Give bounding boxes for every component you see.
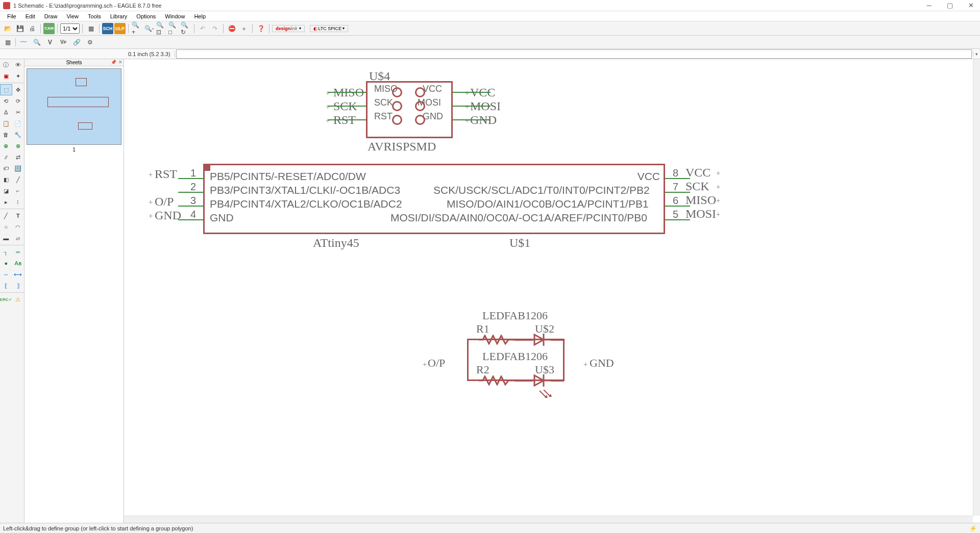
- hdr-gnd: GND: [423, 111, 443, 122]
- show-tool[interactable]: 👁: [12, 59, 24, 70]
- maximize-button[interactable]: ▢: [944, 2, 956, 9]
- zoom-select-button[interactable]: 🔍□: [168, 23, 179, 34]
- pinswap-tool[interactable]: ⫶: [12, 196, 24, 208]
- sheet-thumbnail[interactable]: [27, 68, 121, 145]
- zoom-out-button[interactable]: 🔍-: [143, 23, 155, 34]
- redo-button[interactable]: ↷: [209, 23, 220, 34]
- layer-button[interactable]: 〰: [18, 37, 29, 48]
- sch-badge[interactable]: SCH: [102, 23, 113, 34]
- mark-tool[interactable]: ✦: [12, 70, 24, 82]
- menu-tools[interactable]: Tools: [84, 12, 105, 20]
- frame-r-tool[interactable]: ⟧: [12, 280, 24, 291]
- close-button[interactable]: ✕: [965, 2, 977, 9]
- ic-sck: SCK/USCK/SCL/ADC1/T0/INT0/PCINT2/PB2: [433, 184, 650, 196]
- group-tool[interactable]: ᐃ: [0, 107, 12, 118]
- grid-button[interactable]: ▦: [2, 37, 13, 48]
- view-button[interactable]: 🔍: [31, 37, 42, 48]
- net-gnd-l: GND: [155, 209, 181, 222]
- info-tool[interactable]: ⓘ: [0, 59, 12, 70]
- paste2-tool[interactable]: 📄: [12, 118, 24, 129]
- sheets-pin-icon[interactable]: 📌: [111, 60, 116, 65]
- route-tool[interactable]: ⌐: [12, 185, 24, 196]
- mark-v-button[interactable]: V: [44, 37, 56, 48]
- menu-options[interactable]: Options: [132, 12, 160, 20]
- undo-button[interactable]: ↶: [197, 23, 208, 34]
- errors-tool[interactable]: ⚠: [12, 294, 24, 305]
- designlink-button[interactable]: designlink▾: [272, 25, 305, 32]
- menu-view[interactable]: View: [62, 12, 83, 20]
- net-tool[interactable]: ┐: [0, 246, 12, 258]
- cut-tool[interactable]: ✂: [12, 107, 24, 118]
- vertical-scrollbar[interactable]: [973, 59, 980, 516]
- command-dropdown[interactable]: ▾: [973, 52, 980, 57]
- label-tool[interactable]: Aʙ: [12, 258, 24, 269]
- ic-vcc: VCC: [638, 170, 660, 183]
- minimize-button[interactable]: ─: [924, 2, 935, 9]
- go-button[interactable]: ●: [238, 23, 250, 34]
- print-button[interactable]: 🖨: [27, 23, 38, 34]
- menu-edit[interactable]: Edit: [21, 12, 39, 20]
- menu-library[interactable]: Library: [106, 12, 132, 20]
- copy-tool[interactable]: ⟲: [0, 95, 12, 107]
- miter-tool[interactable]: ╱: [12, 174, 24, 185]
- split-tool[interactable]: ◪: [0, 185, 12, 196]
- circle-tool[interactable]: ○: [0, 221, 12, 233]
- frame-l-tool[interactable]: ⟦: [0, 280, 12, 291]
- delete-tool[interactable]: 🗑: [0, 129, 12, 140]
- stop-button[interactable]: ⛔: [226, 23, 237, 34]
- label-us1: U$1: [509, 236, 530, 250]
- ltspice-button[interactable]: ◐LTC SPICE▾: [310, 25, 349, 32]
- open-button[interactable]: 📂: [2, 23, 13, 34]
- redraw-button[interactable]: 🔍↻: [180, 23, 191, 34]
- bus-tool[interactable]: ═: [12, 246, 24, 258]
- paste-tool[interactable]: 📋: [0, 118, 12, 129]
- arc-tool[interactable]: ◠: [12, 221, 24, 233]
- mark-vp-button[interactable]: VP: [58, 37, 69, 48]
- move-tool[interactable]: ✥: [12, 84, 24, 95]
- select-tool[interactable]: ⬚: [0, 84, 12, 95]
- gate-tool[interactable]: ⫽: [0, 151, 12, 163]
- pin-2: 2: [190, 181, 196, 193]
- invoke-tool[interactable]: ▸: [0, 196, 12, 208]
- board-button[interactable]: ▦: [85, 23, 96, 34]
- ulp-badge[interactable]: ULP: [114, 23, 126, 34]
- save-button[interactable]: 💾: [14, 23, 26, 34]
- pin-4: 4: [190, 209, 196, 220]
- link-button[interactable]: 🔗: [71, 37, 82, 48]
- junction-tool[interactable]: ●: [0, 258, 12, 269]
- help-button[interactable]: ❓: [255, 23, 266, 34]
- wrench-tool[interactable]: 🔧: [12, 129, 24, 140]
- ic-miso: MISO/DO/AIN1/OC0B/OC1A/PCINT1/PB1: [447, 198, 649, 210]
- name-tool[interactable]: 🏷: [0, 163, 12, 174]
- dim-tool[interactable]: ⟷: [12, 269, 24, 280]
- menu-file[interactable]: File: [3, 12, 20, 20]
- menubar: File Edit Draw View Tools Library Option…: [0, 11, 980, 21]
- settings-button[interactable]: ⚙: [84, 37, 95, 48]
- add-tool[interactable]: ⊕: [0, 140, 12, 151]
- schematic-canvas[interactable]: U$4 MISO SCK RST MISO SCK RST VCC MOSI G…: [124, 59, 980, 523]
- erc-tool[interactable]: ERC✓: [0, 294, 12, 305]
- attr-tool[interactable]: ↔: [0, 269, 12, 280]
- horizontal-scrollbar[interactable]: [124, 516, 973, 523]
- replace-tool[interactable]: ⊗: [12, 140, 24, 151]
- menu-draw[interactable]: Draw: [40, 12, 62, 20]
- swap-tool[interactable]: ⇄: [12, 151, 24, 163]
- zoom-in-button[interactable]: 🔍+: [131, 23, 142, 34]
- smash-tool[interactable]: ◧: [0, 174, 12, 185]
- poly-tool[interactable]: ▱: [12, 233, 24, 244]
- label-ledfab1: LEDFAB1206: [482, 309, 548, 322]
- cam-button[interactable]: CAM: [43, 23, 55, 34]
- menu-window[interactable]: Window: [161, 12, 189, 20]
- value-tool[interactable]: 🔢: [12, 163, 24, 174]
- wire-tool[interactable]: ╱: [0, 210, 12, 221]
- layer-tool[interactable]: ▣: [0, 70, 12, 82]
- power-icon: ⚡: [969, 525, 977, 532]
- mirror-tool[interactable]: ⟳: [12, 95, 24, 107]
- sheets-close-icon[interactable]: ✕: [118, 60, 122, 65]
- menu-help[interactable]: Help: [190, 12, 210, 20]
- zoom-fit-button[interactable]: 🔍⊡: [156, 23, 167, 34]
- text-tool[interactable]: T: [12, 210, 24, 221]
- command-input[interactable]: [176, 49, 972, 59]
- rect-tool[interactable]: ▬: [0, 233, 12, 244]
- zoom-select[interactable]: 1/1: [60, 23, 80, 34]
